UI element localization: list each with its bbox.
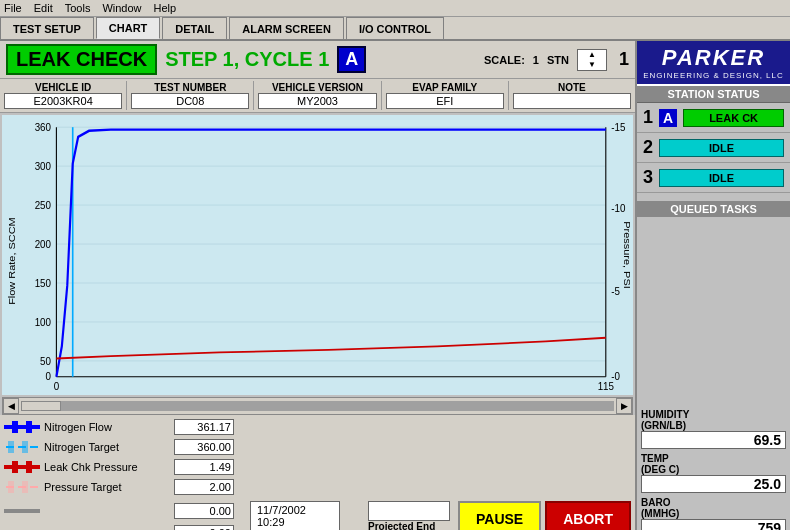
station-1-status[interactable]: LEAK CK: [683, 109, 784, 127]
extra-row-1: 0.00: [4, 501, 234, 521]
tab-io-control[interactable]: I/O CONTROL: [346, 17, 444, 39]
pressure-target-value: 2.00: [174, 479, 234, 495]
spacer: [637, 217, 790, 405]
baro-value: 759: [641, 519, 786, 530]
stn-value: 1: [619, 49, 629, 70]
pressure-target-label: Pressure Target: [44, 481, 174, 493]
leak-pressure-legend-icon: [4, 459, 40, 475]
legend-row-pressure-target: Pressure Target 2.00: [4, 477, 631, 497]
nitrogen-flow-label: Nitrogen Flow: [44, 421, 174, 433]
menu-file[interactable]: File: [4, 2, 22, 14]
menu-tools[interactable]: Tools: [65, 2, 91, 14]
humidity-label: HUMIDITY (GRN/LB): [641, 409, 786, 431]
menu-help[interactable]: Help: [154, 2, 177, 14]
abort-button[interactable]: ABORT: [545, 501, 631, 530]
queued-tasks-header: QUEUED TASKS: [637, 201, 790, 217]
leak-check-label: LEAK CHECK: [6, 44, 157, 75]
menu-bar: File Edit Tools Window Help: [0, 0, 790, 17]
scroll-track[interactable]: [21, 401, 614, 411]
svg-rect-37: [12, 461, 18, 473]
menu-window[interactable]: Window: [102, 2, 141, 14]
test-number-cell: TEST NUMBER DC08: [127, 81, 254, 110]
svg-rect-44: [4, 509, 40, 513]
projected-end-label: Projected End: [368, 521, 435, 530]
scale-value: 1: [533, 54, 539, 66]
stn-label: STN: [547, 54, 569, 66]
note-cell: NOTE: [509, 81, 635, 110]
nitrogen-target-value: 360.00: [174, 439, 234, 455]
svg-text:0: 0: [46, 371, 52, 383]
evap-family-value: EFI: [386, 93, 504, 109]
nitrogen-target-legend-icon: [4, 439, 40, 455]
extra-value-2: 0.00: [174, 525, 234, 530]
tab-alarm-screen[interactable]: ALARM SCREEN: [229, 17, 344, 39]
info-row: VEHICLE ID E2003KR04 TEST NUMBER DC08 VE…: [0, 79, 635, 113]
parker-logo-sub: ENGINEERING & DESIGN, LLC: [641, 71, 786, 80]
station-row-1: 1 A LEAK CK: [637, 103, 790, 133]
temp-label: TEMP (DEG C): [641, 453, 786, 475]
leak-pressure-value: 1.49: [174, 459, 234, 475]
pressure-target-legend-icon: [4, 479, 40, 495]
station-1-letter: A: [659, 109, 677, 127]
right-panel: PARKER ENGINEERING & DESIGN, LLC STATION…: [635, 41, 790, 530]
station-3-status[interactable]: IDLE: [659, 169, 784, 187]
menu-edit[interactable]: Edit: [34, 2, 53, 14]
vehicle-version-cell: VEHICLE VERSION MY2003: [254, 81, 381, 110]
svg-rect-43: [22, 481, 28, 493]
left-panel: LEAK CHECK STEP 1, CYCLE 1 A SCALE: 1 ST…: [0, 41, 635, 530]
vehicle-id-cell: VEHICLE ID E2003KR04: [0, 81, 127, 110]
datetime-block: 11/7/2002 10:29 Start Time: [250, 501, 340, 530]
scroll-left-button[interactable]: ◀: [3, 398, 19, 414]
vehicle-version-label: VEHICLE VERSION: [272, 82, 363, 93]
svg-text:-15: -15: [611, 121, 625, 133]
vehicle-version-value: MY2003: [258, 93, 376, 109]
svg-rect-38: [26, 461, 32, 473]
svg-text:50: 50: [40, 355, 51, 367]
tab-test-setup[interactable]: TEST SETUP: [0, 17, 94, 39]
svg-rect-30: [26, 421, 32, 433]
baro-row: BARO (MMHG) 759: [641, 497, 786, 530]
tab-detail[interactable]: DETAIL: [162, 17, 227, 39]
test-number-label: TEST NUMBER: [154, 82, 226, 93]
svg-text:Flow Rate, SCCM: Flow Rate, SCCM: [7, 217, 17, 305]
scroll-thumb[interactable]: [21, 401, 61, 411]
legend-row-nitrogen-target: Nitrogen Target 360.00: [4, 437, 631, 457]
logo-area: PARKER ENGINEERING & DESIGN, LLC: [637, 41, 790, 86]
step-label: STEP 1, CYCLE 1: [165, 48, 329, 71]
evap-family-label: EVAP FAMILY: [412, 82, 477, 93]
station-2-status[interactable]: IDLE: [659, 139, 784, 157]
vehicle-id-value: E2003KR04: [4, 93, 122, 109]
nitrogen-flow-legend-icon: [4, 419, 40, 435]
nitrogen-target-label: Nitrogen Target: [44, 441, 174, 453]
nitrogen-flow-value: 361.17: [174, 419, 234, 435]
stn-spinner[interactable]: ▲ ▼: [577, 49, 607, 71]
legend-row-nitrogen-flow: Nitrogen Flow 361.17: [4, 417, 631, 437]
svg-rect-0: [2, 115, 633, 395]
extra-row-2: 0.00: [4, 523, 234, 530]
legend-rows: Nitrogen Flow 361.17 Nitrogen Target 360…: [0, 415, 635, 499]
svg-text:250: 250: [35, 199, 52, 211]
pause-button[interactable]: PAUSE: [458, 501, 541, 530]
tab-chart[interactable]: CHART: [96, 17, 161, 39]
svg-rect-28: [4, 425, 40, 429]
vehicle-id-label: VEHICLE ID: [35, 82, 91, 93]
station-row-3: 3 IDLE: [637, 163, 790, 193]
note-label: NOTE: [558, 82, 586, 93]
temp-value: 25.0: [641, 475, 786, 493]
scrollbar-row: ◀ ▶: [2, 397, 633, 415]
tab-bar: TEST SETUP CHART DETAIL ALARM SCREEN I/O…: [0, 17, 790, 41]
header-row: LEAK CHECK STEP 1, CYCLE 1 A SCALE: 1 ST…: [0, 41, 635, 79]
svg-rect-34: [8, 441, 14, 453]
svg-text:200: 200: [35, 238, 52, 250]
extra-value-1: 0.00: [174, 503, 234, 519]
chart-svg: 360 300 250 200 150 100 50 0 -15 -10 -5 …: [2, 115, 633, 395]
station-3-num: 3: [643, 167, 653, 188]
svg-text:-10: -10: [611, 203, 625, 215]
svg-text:Pressure, PSI: Pressure, PSI: [622, 221, 632, 289]
step-badge: A: [337, 46, 366, 73]
svg-rect-35: [22, 441, 28, 453]
scroll-right-button[interactable]: ▶: [616, 398, 632, 414]
svg-rect-42: [8, 481, 14, 493]
svg-text:0: 0: [54, 381, 60, 393]
evap-family-cell: EVAP FAMILY EFI: [382, 81, 509, 110]
